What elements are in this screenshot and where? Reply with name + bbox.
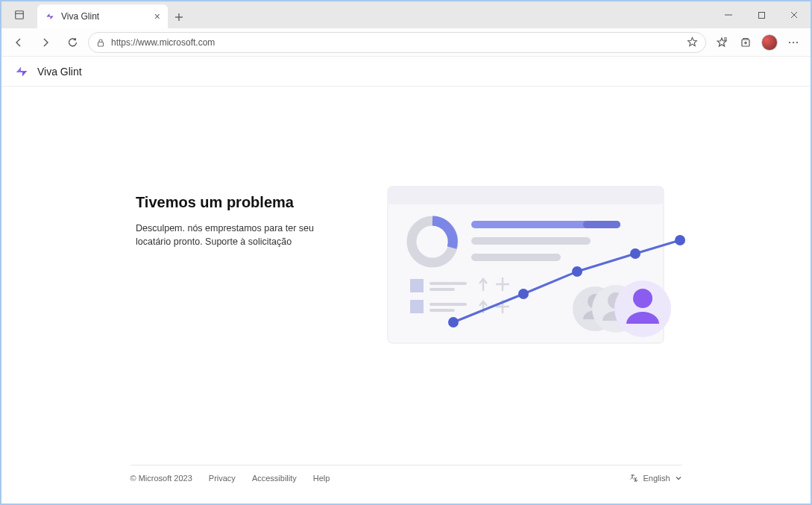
language-label: English: [643, 474, 670, 483]
svg-rect-23: [471, 254, 561, 261]
chevron-down-icon: [675, 474, 682, 482]
copyright-text: © Microsoft 2023: [130, 474, 192, 483]
favorite-star-icon[interactable]: [687, 37, 698, 48]
browser-toolbar: https://www.microsoft.com: [1, 28, 811, 57]
collections-icon[interactable]: [734, 31, 757, 54]
svg-point-36: [572, 266, 582, 277]
main-content: Tivemos um problema Desculpem. nós empre…: [1, 87, 811, 370]
svg-rect-26: [429, 288, 455, 291]
help-link[interactable]: Help: [313, 474, 330, 483]
svg-rect-24: [410, 279, 424, 292]
privacy-link[interactable]: Privacy: [209, 474, 236, 483]
svg-rect-18: [388, 186, 664, 204]
close-window-button[interactable]: [778, 1, 811, 28]
forward-button[interactable]: [34, 31, 57, 54]
app-header: Viva Glint: [1, 57, 811, 87]
address-bar[interactable]: https://www.microsoft.com: [88, 32, 706, 53]
profile-avatar[interactable]: [758, 31, 781, 54]
language-icon: [629, 473, 638, 483]
page-footer: © Microsoft 2023 Privacy Accessibility H…: [0, 465, 812, 483]
minimize-button[interactable]: [712, 1, 745, 28]
error-body: Desculpem. nós emprestamos para ter seu …: [136, 222, 344, 248]
svg-rect-25: [429, 282, 467, 285]
svg-point-35: [518, 289, 529, 299]
svg-rect-0: [16, 11, 24, 19]
tab-close-icon[interactable]: ×: [154, 11, 160, 22]
svg-point-15: [793, 41, 794, 43]
svg-point-16: [796, 41, 798, 43]
svg-point-34: [448, 317, 459, 327]
back-button[interactable]: [7, 31, 30, 54]
svg-rect-29: [429, 309, 455, 312]
svg-point-38: [675, 235, 685, 245]
browser-tab[interactable]: Viva Glint ×: [37, 4, 168, 28]
menu-button[interactable]: [782, 31, 805, 54]
app-name: Viva Glint: [37, 66, 82, 78]
svg-point-37: [630, 248, 641, 259]
svg-point-14: [789, 41, 790, 43]
svg-rect-8: [98, 42, 104, 46]
svg-rect-21: [583, 221, 620, 228]
error-illustration: [374, 176, 695, 370]
language-selector[interactable]: English: [629, 473, 682, 483]
favorites-icon[interactable]: [711, 31, 733, 54]
browser-titlebar: Viva Glint ×: [1, 1, 811, 28]
new-tab-button[interactable]: [168, 6, 190, 28]
tab-actions-icon[interactable]: [1, 1, 37, 28]
svg-point-44: [633, 289, 652, 308]
favicon-icon: [45, 11, 55, 22]
error-message-block: Tivemos um problema Desculpem. nós empre…: [136, 176, 344, 370]
svg-rect-27: [410, 300, 424, 313]
svg-rect-5: [758, 12, 764, 18]
accessibility-link[interactable]: Accessibility: [252, 474, 297, 483]
error-title: Tivemos um problema: [136, 194, 344, 211]
lock-icon: [96, 38, 105, 47]
svg-rect-22: [471, 237, 591, 245]
refresh-button[interactable]: [61, 31, 84, 54]
window-controls: [712, 1, 811, 28]
svg-rect-28: [429, 303, 467, 306]
viva-glint-logo-icon: [13, 63, 30, 80]
tab-title: Viva Glint: [61, 11, 99, 22]
maximize-button[interactable]: [745, 1, 778, 28]
url-text: https://www.microsoft.com: [111, 37, 215, 48]
